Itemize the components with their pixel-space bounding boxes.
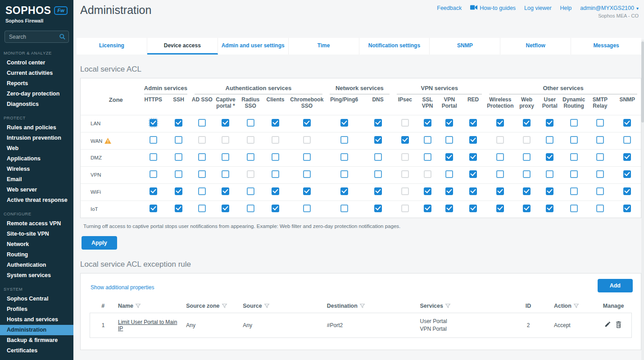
acl-checkbox-wan-ssl-vpn[interactable] xyxy=(424,136,431,144)
acl-checkbox-iot-dns[interactable] xyxy=(374,205,382,212)
sidebar-item-web-server[interactable]: Web server xyxy=(0,185,73,195)
acl-checkbox-iot-https[interactable] xyxy=(150,205,157,212)
acl-checkbox-wan-ssh[interactable] xyxy=(175,136,182,144)
acl-checkbox-wan-smtp-relay[interactable] xyxy=(596,136,604,144)
sidebar-item-hosts-and-services[interactable]: Hosts and services xyxy=(0,314,73,325)
acl-checkbox-vpn-vpn-portal[interactable] xyxy=(445,170,453,178)
sidebar-item-site-to-site-vpn[interactable]: Site-to-site VPN xyxy=(0,229,73,239)
sidebar-item-control-center[interactable]: Control center xyxy=(0,58,73,68)
acl-checkbox-wan-https[interactable] xyxy=(150,136,157,144)
acl-checkbox-vpn-chromebook-sso[interactable] xyxy=(303,170,311,178)
acl-checkbox-vpn-ping-ping6[interactable] xyxy=(340,170,348,178)
tab-snmp[interactable]: SNMP xyxy=(430,38,500,55)
acl-checkbox-wifi-ssl-vpn[interactable] xyxy=(424,187,431,195)
sidebar-item-profiles[interactable]: Profiles xyxy=(0,304,73,314)
acl-checkbox-wifi-snmp[interactable] xyxy=(623,187,631,195)
acl-checkbox-lan-web-proxy[interactable] xyxy=(523,119,531,127)
acl-checkbox-iot-ssl-vpn[interactable] xyxy=(424,205,431,212)
acl-checkbox-iot-dynamic-routing[interactable] xyxy=(570,205,578,212)
acl-checkbox-lan-dns[interactable] xyxy=(374,119,382,127)
sidebar-item-backup-firmware[interactable]: Backup & firmware xyxy=(0,335,73,346)
user-menu[interactable]: admin@MYXGS2100▾ xyxy=(580,5,639,11)
top-link-log-viewer[interactable]: Log viewer xyxy=(524,5,551,11)
acl-checkbox-vpn-wireless-protection[interactable] xyxy=(496,170,504,178)
acl-checkbox-wifi-ping-ping6[interactable] xyxy=(340,187,348,195)
sidebar-item-sophos-central[interactable]: Sophos Central xyxy=(0,294,73,304)
filter-icon[interactable] xyxy=(262,303,270,309)
acl-checkbox-wan-ping-ping6[interactable] xyxy=(340,136,348,144)
acl-checkbox-dmz-dynamic-routing[interactable] xyxy=(570,153,578,161)
acl-checkbox-wifi-radius-sso[interactable] xyxy=(247,187,254,195)
sidebar-item-wireless[interactable]: Wireless xyxy=(0,164,73,174)
acl-checkbox-vpn-ad-sso[interactable] xyxy=(198,170,206,178)
acl-checkbox-lan-smtp-relay[interactable] xyxy=(596,119,604,127)
sidebar-item-web[interactable]: Web xyxy=(0,143,73,154)
acl-checkbox-lan-wireless-protection[interactable] xyxy=(496,119,504,127)
sidebar-item-administration[interactable]: Administration xyxy=(0,325,73,335)
acl-checkbox-wan-snmp[interactable] xyxy=(623,136,631,144)
tab-messages[interactable]: Messages xyxy=(571,38,641,55)
filter-icon[interactable] xyxy=(443,303,451,309)
sidebar-item-network[interactable]: Network xyxy=(0,239,73,250)
acl-checkbox-iot-wireless-protection[interactable] xyxy=(496,205,504,212)
acl-checkbox-dmz-snmp[interactable] xyxy=(623,153,631,161)
filter-icon[interactable] xyxy=(358,303,365,309)
filter-icon[interactable] xyxy=(220,303,227,309)
acl-checkbox-vpn-smtp-relay[interactable] xyxy=(596,170,604,178)
edit-icon[interactable] xyxy=(604,321,611,329)
acl-checkbox-iot-snmp[interactable] xyxy=(623,205,631,212)
acl-checkbox-dmz-https[interactable] xyxy=(150,153,157,161)
sidebar-item-rules-and-policies[interactable]: Rules and policies xyxy=(0,123,73,133)
acl-checkbox-dmz-chromebook-sso[interactable] xyxy=(303,153,311,161)
acl-checkbox-vpn-user-portal[interactable] xyxy=(546,170,553,178)
acl-checkbox-iot-ad-sso[interactable] xyxy=(198,205,206,212)
search-icon[interactable] xyxy=(59,33,66,42)
acl-checkbox-dmz-ssl-vpn[interactable] xyxy=(424,153,431,161)
acl-checkbox-dmz-vpn-portal[interactable] xyxy=(445,153,453,161)
acl-checkbox-dmz-web-proxy[interactable] xyxy=(523,153,531,161)
acl-checkbox-wifi-web-proxy[interactable] xyxy=(523,187,531,195)
sidebar-item-intrusion-prevention[interactable]: Intrusion prevention xyxy=(0,133,73,143)
sidebar-item-routing[interactable]: Routing xyxy=(0,250,73,260)
acl-checkbox-wifi-dynamic-routing[interactable] xyxy=(570,187,578,195)
acl-checkbox-lan-captive-portal[interactable] xyxy=(222,119,229,127)
acl-checkbox-vpn-clients[interactable] xyxy=(272,170,279,178)
show-additional-properties-link[interactable]: Show additional properties xyxy=(91,284,154,291)
acl-checkbox-wifi-dns[interactable] xyxy=(374,187,382,195)
acl-checkbox-dmz-radius-sso[interactable] xyxy=(247,153,254,161)
acl-checkbox-wifi-chromebook-sso[interactable] xyxy=(303,187,311,195)
top-link-help[interactable]: Help xyxy=(560,5,572,11)
acl-checkbox-lan-snmp[interactable] xyxy=(623,119,631,127)
acl-checkbox-iot-red[interactable] xyxy=(469,205,477,212)
acl-checkbox-dmz-ping-ping6[interactable] xyxy=(340,153,348,161)
acl-checkbox-dmz-wireless-protection[interactable] xyxy=(496,153,504,161)
acl-checkbox-dmz-user-portal[interactable] xyxy=(546,153,553,161)
sidebar-item-reports[interactable]: Reports xyxy=(0,78,73,89)
sidebar-item-system-services[interactable]: System services xyxy=(0,270,73,281)
filter-icon[interactable] xyxy=(571,303,579,309)
acl-checkbox-wifi-ssh[interactable] xyxy=(175,187,182,195)
acl-checkbox-lan-ping-ping6[interactable] xyxy=(340,119,348,127)
acl-checkbox-wifi-captive-portal[interactable] xyxy=(222,187,229,195)
acl-checkbox-dmz-dns[interactable] xyxy=(374,153,382,161)
acl-checkbox-iot-chromebook-sso[interactable] xyxy=(303,205,311,212)
acl-checkbox-wan-red[interactable] xyxy=(469,136,477,144)
acl-checkbox-wifi-clients[interactable] xyxy=(272,187,279,195)
acl-checkbox-wifi-smtp-relay[interactable] xyxy=(596,187,604,195)
tab-device-access[interactable]: Device access xyxy=(147,38,218,55)
acl-checkbox-vpn-dynamic-routing[interactable] xyxy=(570,170,578,178)
acl-checkbox-dmz-ad-sso[interactable] xyxy=(198,153,206,161)
acl-checkbox-iot-clients[interactable] xyxy=(272,205,279,212)
acl-checkbox-wan-dns[interactable] xyxy=(374,136,382,144)
sidebar-item-remote-access-vpn[interactable]: Remote access VPN xyxy=(0,219,73,229)
tab-notification-settings[interactable]: Notification settings xyxy=(359,38,430,55)
apply-button[interactable]: Apply xyxy=(82,236,117,250)
acl-checkbox-iot-vpn-portal[interactable] xyxy=(445,205,453,212)
acl-checkbox-lan-ad-sso[interactable] xyxy=(198,119,206,127)
scrollbar[interactable] xyxy=(641,40,644,360)
filter-icon[interactable] xyxy=(133,303,141,309)
acl-checkbox-dmz-captive-portal[interactable] xyxy=(222,153,229,161)
acl-checkbox-iot-radius-sso[interactable] xyxy=(247,205,254,212)
acl-checkbox-iot-ping-ping6[interactable] xyxy=(340,205,348,212)
acl-checkbox-wifi-red[interactable] xyxy=(469,187,477,195)
